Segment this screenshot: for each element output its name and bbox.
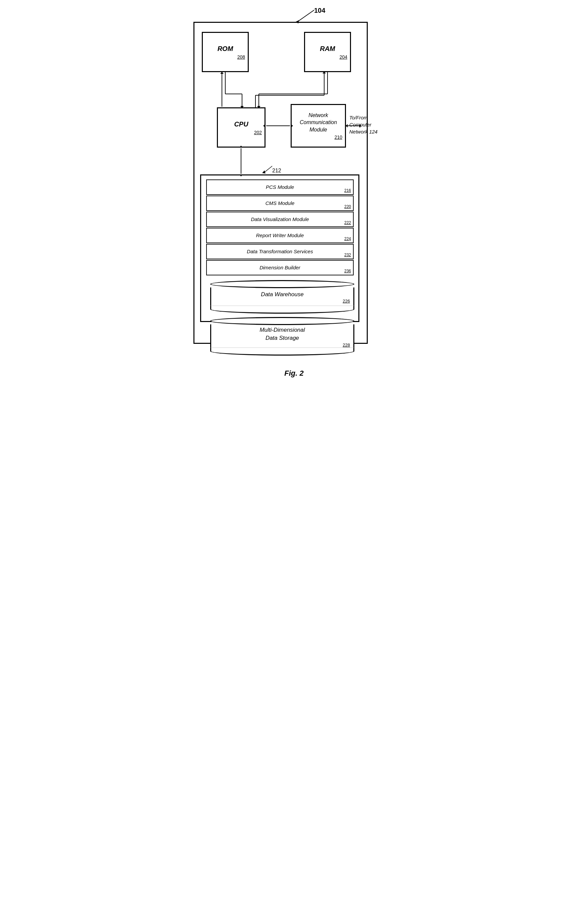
cyl-body-226: Data Warehouse 226	[210, 288, 354, 306]
cyl-body-228: Multi-DimensionalData Storage 228	[210, 324, 354, 348]
dimension-builder-label: Dimension Builder	[260, 264, 300, 271]
report-writer-label: Report Writer Module	[256, 232, 304, 239]
report-writer-row: Report Writer Module 224	[206, 228, 354, 243]
svg-line-0	[297, 10, 314, 22]
multi-dim-label: Multi-DimensionalData Storage	[260, 326, 305, 342]
cyl-top-228	[210, 317, 354, 325]
pcs-module-label: PCS Module	[266, 184, 294, 191]
cpu-ref: 202	[254, 130, 262, 135]
cms-module-row: CMS Module 220	[206, 196, 354, 211]
ram-box: RAM 204	[304, 32, 351, 72]
data-warehouse-cylinder: Data Warehouse 226	[210, 280, 354, 314]
multi-dim-cylinder: Multi-DimensionalData Storage 228	[210, 317, 354, 356]
pcs-module-ref: 216	[344, 188, 351, 193]
network-ref: 210	[334, 134, 342, 140]
to-from-label: To/FromComputerNetwork 124	[349, 114, 400, 135]
diagram-wrapper: 104 ROM 208 RAM 204 CPU 202 NetworkCommu…	[183, 7, 405, 359]
report-writer-ref: 224	[344, 237, 351, 241]
cpu-label: CPU	[234, 120, 248, 128]
dimension-builder-ref: 236	[344, 269, 351, 273]
data-warehouse-ref: 226	[343, 299, 350, 303]
data-transform-ref: 232	[344, 253, 351, 257]
data-viz-module-row: Data Visualization Module 222	[206, 212, 354, 227]
dimension-builder-row: Dimension Builder 236	[206, 260, 354, 275]
cms-module-ref: 220	[344, 204, 351, 209]
cyl-top-226	[210, 280, 354, 288]
fig-caption: Fig. 2	[284, 369, 303, 378]
network-label: NetworkCommunicationModule	[300, 112, 337, 133]
data-viz-module-ref: 222	[344, 220, 351, 225]
rom-ref: 208	[237, 54, 245, 60]
rom-label: ROM	[218, 44, 233, 53]
ref-arrow-212	[257, 164, 277, 174]
network-box: NetworkCommunicationModule 210	[291, 104, 346, 148]
data-transform-label: Data Transformation Services	[247, 248, 313, 255]
cyl-bot-228	[210, 348, 354, 356]
cyl-bot-226	[210, 306, 354, 314]
data-warehouse-label: Data Warehouse	[261, 291, 303, 298]
data-transform-row: Data Transformation Services 232	[206, 244, 354, 259]
ram-ref: 204	[340, 54, 347, 60]
svg-marker-3	[262, 171, 265, 174]
ref-arrow-104	[277, 7, 317, 24]
rom-box: ROM 208	[202, 32, 249, 72]
data-viz-module-label: Data Visualization Module	[251, 216, 309, 223]
multi-dim-ref: 228	[343, 343, 350, 348]
pcs-module-row: PCS Module 216	[206, 179, 354, 195]
ram-label: RAM	[320, 44, 335, 53]
cms-module-label: CMS Module	[265, 200, 295, 207]
svg-line-2	[264, 166, 272, 173]
cpu-box: CPU 202	[217, 107, 265, 148]
page-container: 104 ROM 208 RAM 204 CPU 202 NetworkCommu…	[177, 7, 411, 378]
